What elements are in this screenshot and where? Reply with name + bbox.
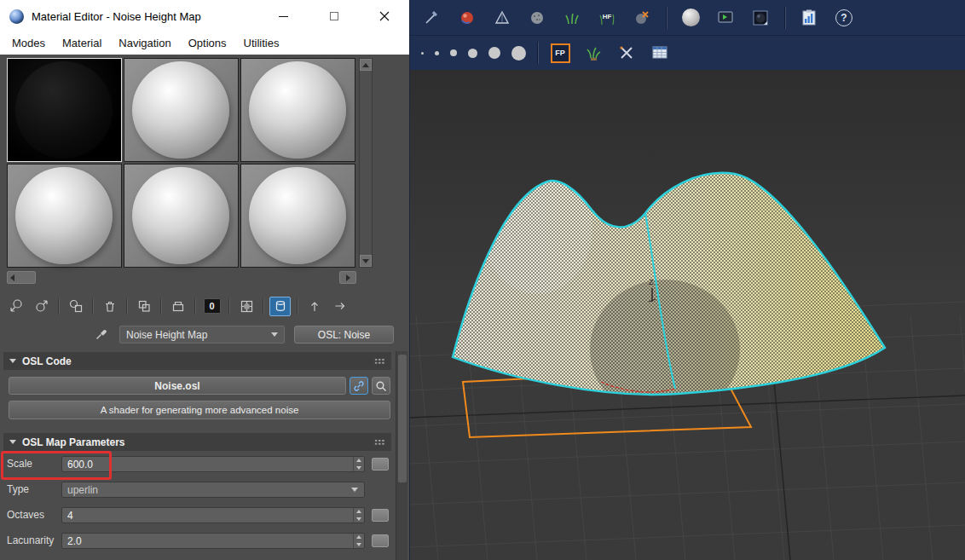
spinner-down-icon xyxy=(356,543,361,546)
chevron-down-icon xyxy=(271,332,278,337)
osl-code-rollout-header[interactable]: OSL Code xyxy=(3,351,392,371)
close-icon xyxy=(379,11,390,21)
brush-size-dot-4[interactable] xyxy=(468,49,477,58)
osl-link-button[interactable] xyxy=(350,377,368,395)
material-name-dropdown[interactable]: Noise Height Map xyxy=(119,326,285,344)
toolbar-separator xyxy=(194,298,195,315)
brush-size-dot-6[interactable] xyxy=(511,46,526,61)
octaves-field[interactable]: 4 xyxy=(61,507,365,523)
fp-button[interactable]: FP xyxy=(549,42,571,64)
menu-material[interactable]: Material xyxy=(54,32,110,55)
noise-sphere-icon[interactable] xyxy=(526,7,548,29)
sample-slot[interactable] xyxy=(240,164,355,268)
shader-description-button[interactable]: A shader for generating more advanced no… xyxy=(9,401,390,419)
tools-icon[interactable] xyxy=(615,42,638,64)
material-editor-body: 0 xyxy=(0,55,409,560)
scale-highlight-box xyxy=(1,451,112,480)
menu-modes[interactable]: Modes xyxy=(3,32,54,55)
osl-file-button[interactable]: Noise.osl xyxy=(9,377,346,395)
make-unique-button[interactable] xyxy=(133,297,154,316)
render-production-flyout-icon[interactable] xyxy=(749,7,771,29)
sphere-cross-icon[interactable] xyxy=(631,7,653,29)
red-sphere-icon[interactable] xyxy=(456,7,478,29)
toolbar-separator xyxy=(58,298,59,315)
sample-slot[interactable] xyxy=(124,58,239,162)
material-id-channel-button[interactable]: 0 xyxy=(201,297,222,316)
render-sphere-icon[interactable] xyxy=(679,7,702,29)
lacunarity-spinner[interactable] xyxy=(353,534,364,548)
brush-size-dot-1[interactable] xyxy=(421,52,424,55)
scale-map-button[interactable] xyxy=(372,458,389,471)
go-forward-sibling-button[interactable] xyxy=(329,297,350,316)
scroll-left-button[interactable] xyxy=(7,271,36,284)
scroll-down-button[interactable] xyxy=(360,255,372,267)
minimize-button[interactable] xyxy=(258,0,309,32)
viewport[interactable]: Z xyxy=(409,70,965,560)
osl-search-button[interactable] xyxy=(372,377,390,395)
assign-material-button[interactable] xyxy=(65,297,86,316)
get-material-button[interactable] xyxy=(5,297,26,316)
snap-tool-icon[interactable] xyxy=(421,7,443,29)
menu-utilities[interactable]: Utilities xyxy=(235,32,288,55)
put-to-library-button[interactable] xyxy=(167,297,188,316)
slot-vertical-scrollbar[interactable] xyxy=(359,58,373,268)
hair-fur-icon-label: HF xyxy=(596,13,618,20)
octaves-spinner[interactable] xyxy=(353,508,364,522)
material-id-icon: 0 xyxy=(204,298,221,314)
osl-map-parameters-rollout-header[interactable]: OSL Map Parameters xyxy=(3,432,392,452)
material-sphere xyxy=(132,61,229,159)
rollout-grip-icon xyxy=(374,439,385,446)
pick-material-eyedropper[interactable] xyxy=(90,325,113,344)
show-end-result-button[interactable] xyxy=(269,297,291,316)
rollout-grip-icon xyxy=(374,358,385,365)
gray-sphere-glyph xyxy=(682,9,700,26)
pyramid-icon[interactable] xyxy=(491,7,513,29)
octaves-map-button[interactable] xyxy=(372,509,389,522)
toolbar-separator xyxy=(126,298,127,315)
rendered-frame-window-icon[interactable] xyxy=(714,7,737,29)
help-icon[interactable]: ? xyxy=(833,7,855,29)
scroll-up-button[interactable] xyxy=(360,59,372,71)
chart-clipboard-icon[interactable] xyxy=(798,7,820,29)
toolbar-separator xyxy=(297,298,298,315)
scrollbar-thumb[interactable] xyxy=(398,355,407,482)
lacunarity-label: Lacunarity xyxy=(7,532,54,549)
scale-spinner[interactable] xyxy=(353,457,364,471)
spinner-up-icon xyxy=(356,535,361,539)
search-icon xyxy=(373,378,389,394)
brush-size-dot-5[interactable] xyxy=(488,47,500,59)
lacunarity-map-button[interactable] xyxy=(372,534,389,547)
material-editor-window: Material Editor - Noise Height Map Modes… xyxy=(0,0,409,560)
brush-size-dot-2[interactable] xyxy=(435,51,439,55)
shader-type-button[interactable]: OSL: Noise xyxy=(294,326,394,344)
reset-map-button[interactable] xyxy=(99,297,120,316)
sample-slot[interactable] xyxy=(240,58,355,162)
material-sphere xyxy=(15,61,113,159)
spinner-up-icon xyxy=(356,510,361,513)
osl-code-rollout-title: OSL Code xyxy=(22,355,72,367)
sample-slot[interactable] xyxy=(7,164,122,268)
chevron-down-icon xyxy=(351,488,358,492)
brush-size-dot-3[interactable] xyxy=(450,49,457,56)
sample-slot-active[interactable] xyxy=(7,58,122,162)
lacunarity-field[interactable]: 2.0 xyxy=(61,533,365,549)
type-dropdown[interactable]: uperlin xyxy=(61,482,365,498)
titlebar[interactable]: Material Editor - Noise Height Map xyxy=(0,0,409,32)
go-to-parent-button[interactable] xyxy=(303,297,325,316)
foliage-icon[interactable] xyxy=(582,42,604,64)
parameters-scrollbar[interactable] xyxy=(396,351,407,560)
put-material-button[interactable] xyxy=(31,297,52,316)
hair-fur-icon[interactable]: HF xyxy=(596,7,618,29)
menu-options[interactable]: Options xyxy=(180,32,235,55)
close-button[interactable] xyxy=(359,0,409,32)
sample-slot[interactable] xyxy=(124,164,239,268)
scroll-right-button[interactable] xyxy=(339,271,356,284)
spreadsheet-icon[interactable] xyxy=(649,42,671,64)
show-map-in-viewport-button[interactable] xyxy=(235,297,257,316)
menu-navigation[interactable]: Navigation xyxy=(110,32,179,55)
maximize-button[interactable] xyxy=(309,0,359,32)
grass-icon[interactable] xyxy=(561,7,583,29)
main-toolbar-row-1: HF ? xyxy=(409,0,965,35)
toolbar-separator xyxy=(92,298,93,315)
help-icon-label: ? xyxy=(841,12,847,24)
